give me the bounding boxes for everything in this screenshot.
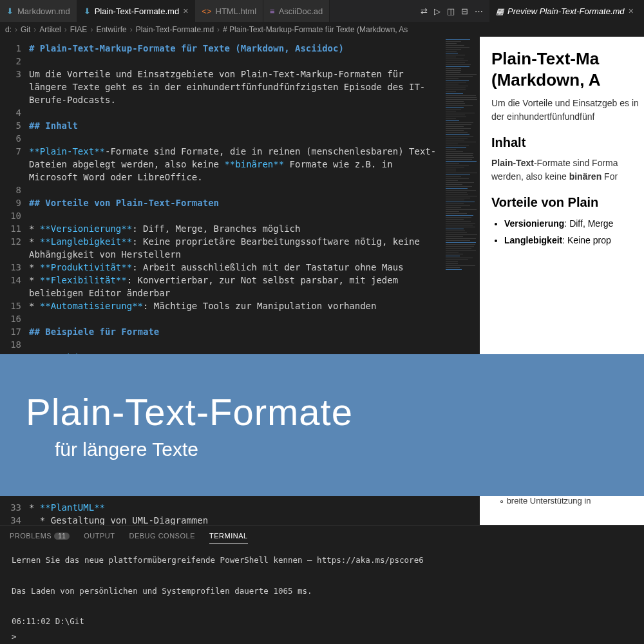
breadcrumb-segment[interactable]: # Plain-Text-Markup-Formate für Texte (M…	[223, 25, 408, 34]
editor-tab[interactable]: ⬇ Markdown.md	[0, 0, 77, 22]
terminal-line	[12, 568, 632, 583]
panel-tab-output[interactable]: OUTPUT	[84, 528, 115, 544]
line-gutter: 3334	[0, 496, 29, 527]
bottom-panel: PROBLEMS11OUTPUTDEBUG CONSOLETERMINAL Le…	[0, 525, 644, 644]
breadcrumb-segment[interactable]: FIAE	[70, 25, 88, 34]
breadcrumb-segment[interactable]: Artikel	[39, 25, 61, 34]
panel-tab-terminal[interactable]: TERMINAL	[209, 528, 248, 544]
split-v-icon[interactable]: ⊟	[461, 6, 468, 16]
preview-tab-label: Preview Plain-Text-Formate.md	[507, 6, 625, 16]
editor-tab[interactable]: ≡ AsciiDoc.ad	[263, 0, 330, 22]
terminal-line: 06:11:02 D:\Git	[12, 614, 632, 629]
breadcrumb-segment[interactable]: d:	[5, 25, 12, 34]
terminal-line: >	[12, 629, 632, 644]
close-icon[interactable]: ×	[183, 6, 188, 16]
code-content[interactable]: * **PlantUML** * Gestaltung von UML-Diag…	[29, 496, 480, 527]
breadcrumb-segment[interactable]: Entwürfe	[96, 25, 126, 34]
terminal-output[interactable]: Lernen Sie das neue plattformübergreifen…	[0, 546, 644, 644]
preview-p2: Plain-Text-Formate sind Forma werden, al…	[491, 156, 644, 184]
terminal-line	[12, 598, 632, 614]
preview-icon: ▦	[496, 6, 504, 16]
preview-h1: Plain-Text-Ma (Markdown, A	[491, 48, 644, 90]
compare-icon[interactable]: ⇄	[421, 6, 428, 16]
split-h-icon[interactable]: ◫	[447, 6, 455, 16]
editor-tab[interactable]: ⬇ Plain-Text-Formate.md ×	[77, 0, 196, 22]
editor-actions: ⇄▷◫⊟⋯	[414, 0, 489, 22]
breadcrumb[interactable]: d:›Git›Artikel›FIAE›Entwürfe›Plain-Text-…	[0, 23, 644, 37]
list-item: Langlebigkeit: Keine prop	[504, 233, 644, 247]
breadcrumb-segment[interactable]: Plain-Text-Formate.md	[136, 25, 214, 34]
overlay-title: Plain-Text-Formate	[26, 390, 644, 433]
overlay-subtitle: für längere Texte	[26, 439, 644, 460]
panel-tab-debug-console[interactable]: DEBUG CONSOLE	[129, 528, 195, 544]
panel-tab-problems[interactable]: PROBLEMS11	[10, 528, 70, 544]
preview-tab[interactable]: ▦ Preview Plain-Text-Formate.md ×	[489, 0, 644, 22]
preview-h2-vorteile: Vorteile von Plain	[491, 195, 644, 210]
tab-label: Markdown.md	[17, 6, 70, 16]
code-editor-continued[interactable]: 3334 * **PlantUML** * Gestaltung von UML…	[0, 496, 480, 527]
panel-tabs: PROBLEMS11OUTPUTDEBUG CONSOLETERMINAL	[0, 526, 644, 546]
tab-label: Plain-Text-Formate.md	[95, 6, 179, 16]
preview-h2-inhalt: Inhalt	[491, 135, 644, 150]
editor-tabbar: ⬇ Markdown.md⬇ Plain-Text-Formate.md ×<>…	[0, 0, 644, 23]
terminal-line: Lernen Sie das neue plattformübergreifen…	[12, 553, 632, 568]
list-item: Versionierung: Diff, Merge	[504, 216, 644, 231]
tab-label: HTML.html	[216, 6, 257, 16]
terminal-line: Das Laden von persönlichen und Systempro…	[12, 583, 632, 599]
badge: 11	[54, 533, 70, 540]
title-overlay: Plain-Text-Formate für längere Texte	[0, 354, 644, 496]
preview-p1: Um die Vorteile und Einsatzgeb es in der…	[491, 97, 644, 124]
run-icon[interactable]: ▷	[434, 6, 440, 16]
preview-list: Versionierung: Diff, Merge Langlebigkeit…	[491, 216, 644, 248]
tab-label: AsciiDoc.ad	[279, 6, 323, 16]
breadcrumb-segment[interactable]: Git	[21, 25, 30, 34]
markdown-preview-continued: ∘ breite Unterstützung in	[480, 496, 644, 527]
close-icon[interactable]: ×	[629, 6, 634, 16]
editor-tab[interactable]: <> HTML.html	[195, 0, 263, 22]
more-icon[interactable]: ⋯	[475, 6, 483, 16]
